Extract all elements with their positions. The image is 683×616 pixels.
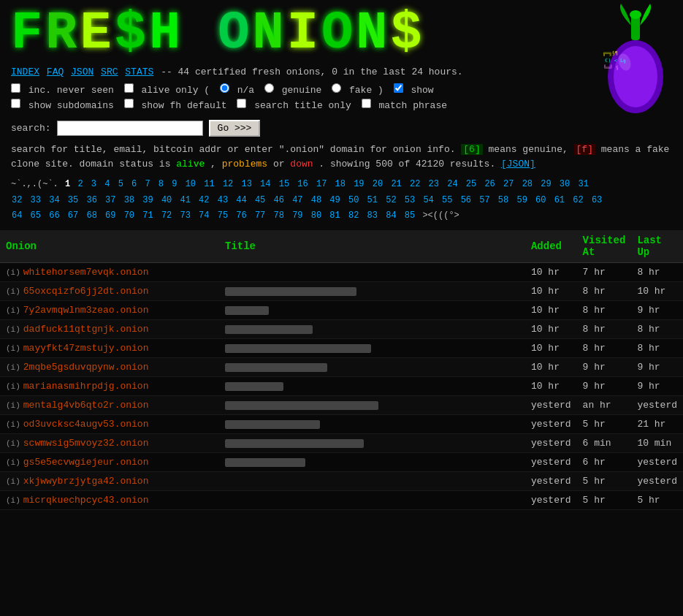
page-36[interactable]: 36 [86, 195, 96, 205]
onion-link[interactable]: mentalg4vb6qto2r.onion [23, 400, 149, 411]
nav-stats[interactable]: STATS [125, 66, 153, 77]
search-button[interactable]: Go >>> [209, 120, 261, 137]
onion-link[interactable]: scwmwsig5mvoyz32.onion [23, 438, 149, 449]
page-68[interactable]: 68 [86, 210, 96, 221]
page-34[interactable]: 34 [49, 195, 59, 205]
onion-link[interactable]: od3uvcksc4augv53.onion [23, 419, 149, 430]
onion-link[interactable]: micrqkuechpcyc43.onion [23, 495, 149, 506]
json-link[interactable]: [JSON] [501, 159, 535, 170]
page-24[interactable]: 24 [447, 179, 457, 189]
page-41[interactable]: 41 [180, 195, 190, 205]
page-30[interactable]: 30 [560, 179, 570, 189]
page-69[interactable]: 69 [105, 210, 115, 221]
page-81[interactable]: 81 [329, 210, 340, 221]
onion-link[interactable]: whitehorsem7evqk.onion [23, 267, 149, 278]
radio-genuine[interactable] [264, 83, 274, 93]
page-33[interactable]: 33 [31, 195, 41, 205]
page-2[interactable]: 2 [77, 179, 83, 189]
page-7[interactable]: 7 [145, 179, 150, 189]
page-84[interactable]: 84 [386, 210, 396, 221]
search-input[interactable] [57, 121, 203, 136]
info-link[interactable]: (i) [6, 439, 20, 448]
option-match-phrase[interactable]: match phrase [362, 100, 447, 111]
checkbox-alive-only[interactable] [124, 83, 134, 93]
page-13[interactable]: 13 [242, 179, 252, 189]
page-75[interactable]: 75 [218, 210, 228, 221]
option-fh-default[interactable]: show fh default [124, 100, 233, 111]
radio-fake-label[interactable]: fake ) [332, 85, 389, 96]
page-49[interactable]: 49 [329, 195, 340, 205]
info-link[interactable]: (i) [6, 458, 20, 467]
page-23[interactable]: 23 [429, 179, 439, 189]
page-73[interactable]: 73 [180, 210, 190, 221]
radio-na-label[interactable]: n/a [220, 85, 260, 96]
info-link[interactable]: (i) [6, 325, 20, 334]
checkbox-never-seen[interactable] [11, 83, 20, 93]
page-53[interactable]: 53 [405, 195, 415, 205]
info-link[interactable]: (i) [6, 344, 20, 353]
page-54[interactable]: 54 [423, 195, 433, 205]
page-58[interactable]: 58 [498, 195, 508, 205]
page-65[interactable]: 65 [31, 210, 41, 221]
page-25[interactable]: 25 [466, 179, 476, 189]
page-56[interactable]: 56 [461, 195, 471, 205]
radio-na[interactable] [220, 83, 229, 93]
page-10[interactable]: 10 [186, 179, 196, 189]
page-12[interactable]: 12 [223, 179, 233, 189]
page-5[interactable]: 5 [118, 179, 123, 189]
page-57[interactable]: 57 [479, 195, 489, 205]
page-61[interactable]: 61 [554, 195, 565, 205]
page-48[interactable]: 48 [311, 195, 321, 205]
page-70[interactable]: 70 [124, 210, 134, 221]
page-60[interactable]: 60 [535, 195, 546, 205]
info-link[interactable]: (i) [6, 420, 20, 429]
page-46[interactable]: 46 [274, 195, 284, 205]
page-8[interactable]: 8 [159, 179, 164, 189]
page-20[interactable]: 20 [373, 179, 383, 189]
page-64[interactable]: 64 [12, 210, 22, 221]
page-63[interactable]: 63 [592, 195, 602, 205]
page-50[interactable]: 50 [348, 195, 359, 205]
onion-link[interactable]: 65oxcqizfo6jj2dt.onion [23, 286, 149, 297]
info-link[interactable]: (i) [6, 268, 20, 277]
info-link[interactable]: (i) [6, 287, 20, 296]
info-link[interactable]: (i) [6, 477, 20, 486]
page-11[interactable]: 11 [204, 179, 214, 189]
page-55[interactable]: 55 [442, 195, 452, 205]
page-37[interactable]: 37 [105, 195, 115, 205]
page-62[interactable]: 62 [573, 195, 583, 205]
info-link[interactable]: (i) [6, 306, 20, 315]
page-31[interactable]: 31 [578, 179, 588, 189]
page-4[interactable]: 4 [104, 179, 110, 189]
page-32[interactable]: 32 [12, 195, 22, 205]
checkbox-match-phrase[interactable] [362, 99, 371, 108]
onion-link[interactable]: marianasmihrpdjg.onion [23, 381, 149, 392]
page-26[interactable]: 26 [484, 179, 495, 189]
page-39[interactable]: 39 [142, 195, 153, 205]
page-52[interactable]: 52 [386, 195, 396, 205]
page-9[interactable]: 9 [172, 179, 177, 189]
page-19[interactable]: 19 [354, 179, 364, 189]
radio-fake[interactable] [332, 83, 341, 93]
page-71[interactable]: 71 [142, 210, 153, 221]
onion-link[interactable]: 7y2avmqwlnm3zeao.onion [23, 305, 149, 316]
info-link[interactable]: (i) [6, 401, 20, 410]
onion-link[interactable]: dadfuck11qttgnjk.onion [23, 324, 149, 335]
page-79[interactable]: 79 [292, 210, 302, 221]
option-alive-only[interactable]: alive only ( [124, 85, 215, 96]
info-link[interactable]: (i) [6, 382, 20, 391]
onion-link[interactable]: xkjwwybrzjytga42.onion [23, 476, 149, 487]
page-3[interactable]: 3 [91, 179, 96, 189]
page-18[interactable]: 18 [335, 179, 346, 189]
info-link[interactable]: (i) [6, 363, 20, 372]
option-never-seen[interactable]: inc. never seen [11, 85, 120, 96]
page-14[interactable]: 14 [260, 179, 270, 189]
page-83[interactable]: 83 [367, 210, 378, 221]
page-29[interactable]: 29 [541, 179, 551, 189]
checkbox-search-title[interactable] [237, 99, 246, 108]
page-51[interactable]: 51 [367, 195, 378, 205]
page-28[interactable]: 28 [522, 179, 533, 189]
nav-src[interactable]: SRC [101, 66, 118, 77]
page-66[interactable]: 66 [49, 210, 59, 221]
page-17[interactable]: 17 [316, 179, 327, 189]
